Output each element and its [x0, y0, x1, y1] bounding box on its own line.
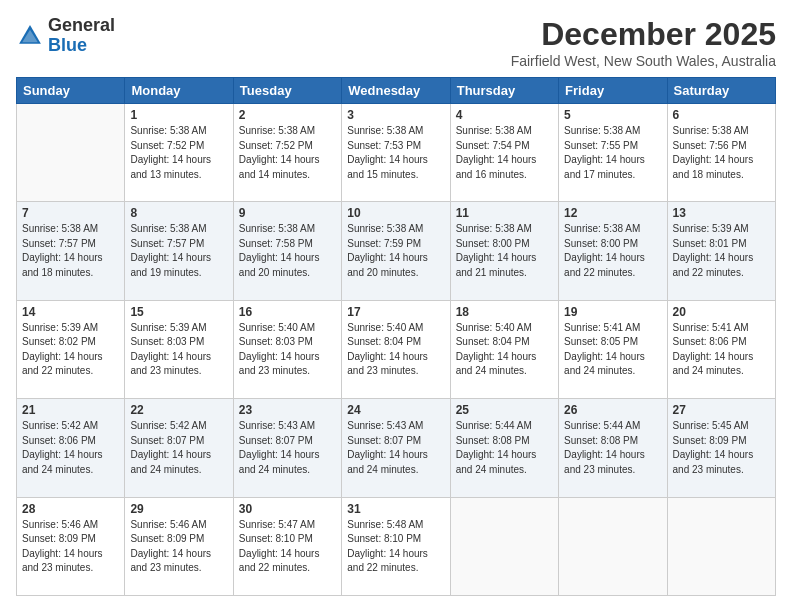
calendar-cell — [667, 497, 775, 595]
day-number: 29 — [130, 502, 227, 516]
day-number: 3 — [347, 108, 444, 122]
weekday-header-wednesday: Wednesday — [342, 78, 450, 104]
calendar-cell — [450, 497, 558, 595]
weekday-header-saturday: Saturday — [667, 78, 775, 104]
cell-info: Sunrise: 5:41 AMSunset: 8:05 PMDaylight:… — [564, 321, 661, 379]
cell-info: Sunrise: 5:38 AMSunset: 7:52 PMDaylight:… — [239, 124, 336, 182]
calendar-cell: 12Sunrise: 5:38 AMSunset: 8:00 PMDayligh… — [559, 202, 667, 300]
day-number: 6 — [673, 108, 770, 122]
calendar-cell: 21Sunrise: 5:42 AMSunset: 8:06 PMDayligh… — [17, 399, 125, 497]
calendar-cell: 4Sunrise: 5:38 AMSunset: 7:54 PMDaylight… — [450, 104, 558, 202]
cell-info: Sunrise: 5:38 AMSunset: 7:59 PMDaylight:… — [347, 222, 444, 280]
day-number: 22 — [130, 403, 227, 417]
page: General Blue December 2025 Fairfield Wes… — [0, 0, 792, 612]
calendar-week-row: 21Sunrise: 5:42 AMSunset: 8:06 PMDayligh… — [17, 399, 776, 497]
day-number: 28 — [22, 502, 119, 516]
cell-info: Sunrise: 5:42 AMSunset: 8:07 PMDaylight:… — [130, 419, 227, 477]
day-number: 26 — [564, 403, 661, 417]
cell-info: Sunrise: 5:38 AMSunset: 8:00 PMDaylight:… — [456, 222, 553, 280]
cell-info: Sunrise: 5:39 AMSunset: 8:03 PMDaylight:… — [130, 321, 227, 379]
calendar-cell: 15Sunrise: 5:39 AMSunset: 8:03 PMDayligh… — [125, 300, 233, 398]
day-number: 1 — [130, 108, 227, 122]
calendar-cell: 31Sunrise: 5:48 AMSunset: 8:10 PMDayligh… — [342, 497, 450, 595]
logo: General Blue — [16, 16, 115, 56]
calendar-cell: 8Sunrise: 5:38 AMSunset: 7:57 PMDaylight… — [125, 202, 233, 300]
cell-info: Sunrise: 5:38 AMSunset: 8:00 PMDaylight:… — [564, 222, 661, 280]
cell-info: Sunrise: 5:38 AMSunset: 7:58 PMDaylight:… — [239, 222, 336, 280]
cell-info: Sunrise: 5:38 AMSunset: 7:54 PMDaylight:… — [456, 124, 553, 182]
calendar-cell: 1Sunrise: 5:38 AMSunset: 7:52 PMDaylight… — [125, 104, 233, 202]
calendar-cell: 26Sunrise: 5:44 AMSunset: 8:08 PMDayligh… — [559, 399, 667, 497]
calendar-table: SundayMondayTuesdayWednesdayThursdayFrid… — [16, 77, 776, 596]
calendar-cell: 24Sunrise: 5:43 AMSunset: 8:07 PMDayligh… — [342, 399, 450, 497]
calendar-cell — [17, 104, 125, 202]
cell-info: Sunrise: 5:39 AMSunset: 8:01 PMDaylight:… — [673, 222, 770, 280]
calendar-cell: 29Sunrise: 5:46 AMSunset: 8:09 PMDayligh… — [125, 497, 233, 595]
calendar-cell: 10Sunrise: 5:38 AMSunset: 7:59 PMDayligh… — [342, 202, 450, 300]
day-number: 30 — [239, 502, 336, 516]
calendar-cell: 16Sunrise: 5:40 AMSunset: 8:03 PMDayligh… — [233, 300, 341, 398]
calendar-cell: 19Sunrise: 5:41 AMSunset: 8:05 PMDayligh… — [559, 300, 667, 398]
cell-info: Sunrise: 5:38 AMSunset: 7:57 PMDaylight:… — [130, 222, 227, 280]
calendar-cell — [559, 497, 667, 595]
day-number: 2 — [239, 108, 336, 122]
logo-icon — [16, 22, 44, 50]
calendar-cell: 2Sunrise: 5:38 AMSunset: 7:52 PMDaylight… — [233, 104, 341, 202]
day-number: 9 — [239, 206, 336, 220]
cell-info: Sunrise: 5:42 AMSunset: 8:06 PMDaylight:… — [22, 419, 119, 477]
logo-general: General — [48, 15, 115, 35]
logo-text: General Blue — [48, 16, 115, 56]
weekday-header-friday: Friday — [559, 78, 667, 104]
calendar-cell: 14Sunrise: 5:39 AMSunset: 8:02 PMDayligh… — [17, 300, 125, 398]
day-number: 12 — [564, 206, 661, 220]
day-number: 14 — [22, 305, 119, 319]
calendar-cell: 7Sunrise: 5:38 AMSunset: 7:57 PMDaylight… — [17, 202, 125, 300]
cell-info: Sunrise: 5:39 AMSunset: 8:02 PMDaylight:… — [22, 321, 119, 379]
cell-info: Sunrise: 5:48 AMSunset: 8:10 PMDaylight:… — [347, 518, 444, 576]
day-number: 7 — [22, 206, 119, 220]
calendar-week-row: 14Sunrise: 5:39 AMSunset: 8:02 PMDayligh… — [17, 300, 776, 398]
day-number: 27 — [673, 403, 770, 417]
day-number: 18 — [456, 305, 553, 319]
cell-info: Sunrise: 5:41 AMSunset: 8:06 PMDaylight:… — [673, 321, 770, 379]
cell-info: Sunrise: 5:43 AMSunset: 8:07 PMDaylight:… — [347, 419, 444, 477]
calendar-week-row: 7Sunrise: 5:38 AMSunset: 7:57 PMDaylight… — [17, 202, 776, 300]
cell-info: Sunrise: 5:38 AMSunset: 7:56 PMDaylight:… — [673, 124, 770, 182]
calendar-cell: 27Sunrise: 5:45 AMSunset: 8:09 PMDayligh… — [667, 399, 775, 497]
calendar-week-row: 28Sunrise: 5:46 AMSunset: 8:09 PMDayligh… — [17, 497, 776, 595]
calendar-week-row: 1Sunrise: 5:38 AMSunset: 7:52 PMDaylight… — [17, 104, 776, 202]
weekday-header-tuesday: Tuesday — [233, 78, 341, 104]
calendar-cell: 28Sunrise: 5:46 AMSunset: 8:09 PMDayligh… — [17, 497, 125, 595]
cell-info: Sunrise: 5:38 AMSunset: 7:57 PMDaylight:… — [22, 222, 119, 280]
day-number: 5 — [564, 108, 661, 122]
day-number: 8 — [130, 206, 227, 220]
calendar-cell: 5Sunrise: 5:38 AMSunset: 7:55 PMDaylight… — [559, 104, 667, 202]
cell-info: Sunrise: 5:38 AMSunset: 7:52 PMDaylight:… — [130, 124, 227, 182]
cell-info: Sunrise: 5:45 AMSunset: 8:09 PMDaylight:… — [673, 419, 770, 477]
day-number: 19 — [564, 305, 661, 319]
day-number: 4 — [456, 108, 553, 122]
logo-blue: Blue — [48, 35, 87, 55]
day-number: 11 — [456, 206, 553, 220]
cell-info: Sunrise: 5:44 AMSunset: 8:08 PMDaylight:… — [564, 419, 661, 477]
location-subtitle: Fairfield West, New South Wales, Austral… — [511, 53, 776, 69]
calendar-cell: 22Sunrise: 5:42 AMSunset: 8:07 PMDayligh… — [125, 399, 233, 497]
weekday-header-row: SundayMondayTuesdayWednesdayThursdayFrid… — [17, 78, 776, 104]
cell-info: Sunrise: 5:38 AMSunset: 7:55 PMDaylight:… — [564, 124, 661, 182]
day-number: 16 — [239, 305, 336, 319]
day-number: 13 — [673, 206, 770, 220]
weekday-header-monday: Monday — [125, 78, 233, 104]
weekday-header-thursday: Thursday — [450, 78, 558, 104]
cell-info: Sunrise: 5:43 AMSunset: 8:07 PMDaylight:… — [239, 419, 336, 477]
day-number: 24 — [347, 403, 444, 417]
weekday-header-sunday: Sunday — [17, 78, 125, 104]
cell-info: Sunrise: 5:46 AMSunset: 8:09 PMDaylight:… — [130, 518, 227, 576]
header: General Blue December 2025 Fairfield Wes… — [16, 16, 776, 69]
cell-info: Sunrise: 5:40 AMSunset: 8:04 PMDaylight:… — [347, 321, 444, 379]
calendar-cell: 6Sunrise: 5:38 AMSunset: 7:56 PMDaylight… — [667, 104, 775, 202]
calendar-cell: 23Sunrise: 5:43 AMSunset: 8:07 PMDayligh… — [233, 399, 341, 497]
day-number: 23 — [239, 403, 336, 417]
cell-info: Sunrise: 5:46 AMSunset: 8:09 PMDaylight:… — [22, 518, 119, 576]
day-number: 10 — [347, 206, 444, 220]
calendar-cell: 18Sunrise: 5:40 AMSunset: 8:04 PMDayligh… — [450, 300, 558, 398]
